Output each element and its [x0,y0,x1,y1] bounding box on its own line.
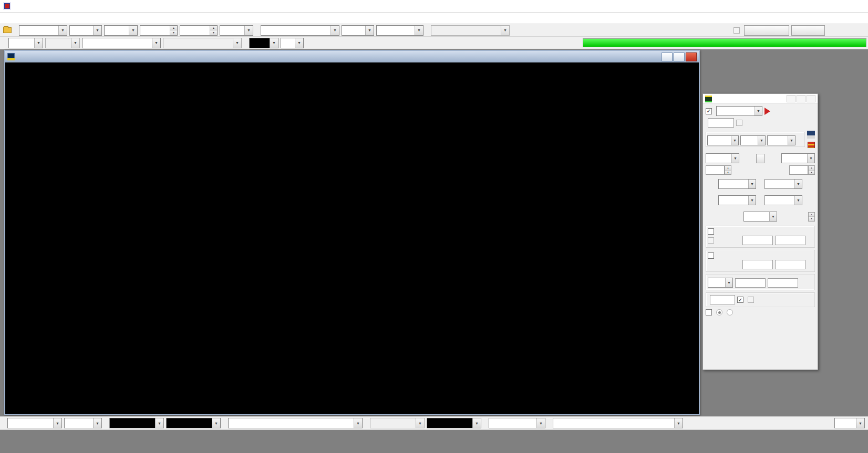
spectrum-plot[interactable] [5,76,701,404]
spin-up-icon[interactable]: ▲ [170,26,177,30]
trigger-source-select[interactable]: ▼ [69,25,102,36]
freq-axis-select[interactable]: ▼ [7,418,62,428]
sweep-frequency-radio[interactable] [716,309,725,315]
fade-checkbox[interactable] [708,252,740,259]
chevron-down-icon: ▼ [295,38,303,48]
mod-index-input[interactable] [768,278,798,288]
maximize-button[interactable] [797,95,805,102]
probe-b-select[interactable]: ▼ [281,38,304,48]
menu-window[interactable] [28,13,38,24]
mask-checkbox[interactable] [708,228,740,235]
a-range-select[interactable]: ▼ [109,418,164,428]
trigger-level-spinner[interactable]: ▲▼ [140,25,178,36]
hpf-select[interactable]: ▼ [220,25,253,36]
record-button[interactable] [744,25,789,36]
maximize-button[interactable] [830,0,849,12]
channel-select[interactable]: ▼ [342,25,374,36]
spin-up-icon[interactable]: ▲ [210,26,217,30]
range-b-select[interactable]: ▼ [163,38,242,48]
dds-checkbox[interactable] [748,297,756,303]
trigger-delay-spinner[interactable]: ▲▼ [180,25,218,36]
chevron-down-icon: ▼ [794,196,802,205]
a-processing-select[interactable]: ▼ [166,418,221,428]
modulation-type-select[interactable]: ▼ [708,278,733,288]
fade-out-input[interactable] [775,260,805,269]
phase-spinner[interactable]: ▲▼ [808,212,815,222]
waveform-a-select[interactable]: ▼ [706,153,739,163]
gen-sample-rate-select[interactable]: ▼ [707,135,739,145]
mask-off-input[interactable] [775,236,805,245]
loopback-select[interactable]: ▼ [716,106,762,116]
chevron-down-icon: ▼ [807,154,814,163]
spin-down-icon[interactable]: ▼ [210,30,217,35]
chevron-down-icon: ▼ [93,26,101,35]
waveform-b-select[interactable]: ▼ [781,153,815,163]
dc-offset-a-spinner[interactable]: ▲▼ [725,165,731,175]
frequency-a-input[interactable]: ▼ [718,179,756,189]
coupling-a-select[interactable]: ▼ [8,38,43,48]
duration-input[interactable] [710,295,735,304]
b-range-select[interactable]: ▼ [370,418,425,428]
amplitude-a-input[interactable]: ▼ [718,195,756,205]
sample-rate-select[interactable]: ▼ [261,25,339,36]
chevron-down-icon: ▼ [748,196,756,205]
trigger-edge-select[interactable]: ▼ [104,25,138,36]
sweep-checkbox[interactable] [706,309,714,315]
start-osc-input[interactable] [708,118,734,128]
restore-button[interactable] [674,52,685,61]
spectrum-window-titlebar[interactable] [5,51,699,62]
phase-lock-checkbox[interactable] [708,237,740,244]
dc-offset-a-input[interactable] [706,165,725,175]
x-multiplier-select[interactable]: ▼ [64,418,102,428]
menu-instrument[interactable] [19,13,28,24]
carrier-input[interactable] [735,278,766,288]
frequency-b-input[interactable]: ▼ [764,179,802,189]
minimize-button[interactable] [787,95,795,102]
roll-checkbox[interactable] [733,27,742,34]
fade-in-input[interactable] [742,260,773,269]
range-a-select[interactable]: ▼ [82,38,161,48]
close-button[interactable] [849,0,868,12]
echo-only-checkbox[interactable] [736,120,745,126]
bit-depth-select[interactable]: ▼ [376,25,423,36]
chevron-down-icon: ▼ [748,180,756,188]
minimize-button[interactable] [811,0,830,12]
overlap-select[interactable]: ▼ [834,418,865,428]
app-icon [3,2,11,10]
fft-size-select[interactable]: ▼ [489,418,545,428]
save-icon[interactable] [807,131,815,139]
loop-checkbox[interactable] [737,297,746,303]
menu-setting[interactable] [9,13,19,24]
title-bar[interactable] [0,0,868,13]
close-button[interactable] [686,52,697,61]
close-button[interactable] [807,95,815,102]
menu-help[interactable] [38,13,47,24]
waveform-editor-icon[interactable] [808,142,815,148]
trigger-icon[interactable] [3,27,12,33]
amplitude-b-input[interactable]: ▼ [764,195,802,205]
mask-on-input[interactable] [742,236,773,245]
signal-generator-titlebar[interactable] [703,94,818,104]
gen-bit-depth-select[interactable]: ▼ [767,135,795,145]
b-processing-select[interactable]: ▼ [427,418,481,428]
point-count-select[interactable]: ▼ [431,25,510,36]
show-editor-checkbox[interactable] [706,108,714,114]
gen-channel-select[interactable]: ▼ [740,135,766,145]
more-waveform-button[interactable] [756,154,764,163]
start-output-button[interactable] [764,108,770,115]
phase-difference-select[interactable]: ▼ [743,212,777,222]
spin-down-icon[interactable]: ▼ [170,30,177,35]
probe-a-select[interactable]: ▼ [249,38,278,48]
window-function-select[interactable]: ▼ [553,418,683,428]
minimize-button[interactable] [662,52,673,61]
sweep-amplitude-radio[interactable] [727,309,735,315]
coupling-b-select[interactable]: ▼ [45,38,80,48]
dc-offset-b-spinner[interactable]: ▲▼ [808,165,815,175]
display-mode-select[interactable]: ▼ [228,418,363,428]
chevron-down-icon: ▼ [53,418,61,428]
menu-file[interactable] [0,13,9,24]
auto-button[interactable] [791,25,825,36]
chevron-down-icon: ▼ [58,26,67,35]
trigger-mode-select[interactable]: ▼ [19,25,67,36]
dc-offset-b-input[interactable] [789,165,808,175]
